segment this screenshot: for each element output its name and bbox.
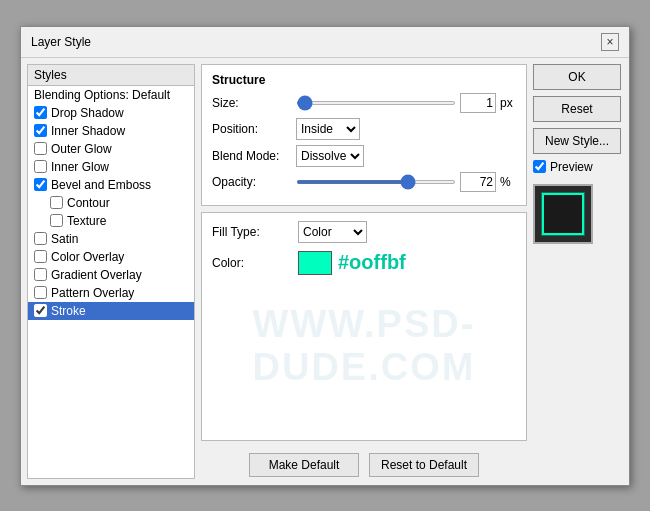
outer-glow-checkbox[interactable] [34, 142, 47, 155]
size-row: Size: px [212, 93, 516, 113]
layer-item-satin[interactable]: Satin [28, 230, 194, 248]
opacity-slider[interactable] [296, 180, 456, 184]
color-label: Color: [212, 256, 292, 270]
layer-item-drop-shadow[interactable]: Drop Shadow [28, 104, 194, 122]
inner-shadow-checkbox[interactable] [34, 124, 47, 137]
bevel-emboss-checkbox[interactable] [34, 178, 47, 191]
size-unit: px [500, 96, 516, 110]
color-hex-display: #ooffbf [338, 251, 406, 274]
preview-thumb-inner [542, 193, 584, 235]
dialog-title: Layer Style [31, 35, 91, 49]
gradient-overlay-label: Gradient Overlay [51, 268, 142, 282]
preview-row: Preview [533, 160, 623, 174]
fill-section: Fill Type: Color Gradient Pattern Color:… [201, 212, 527, 441]
pattern-overlay-label: Pattern Overlay [51, 286, 134, 300]
layer-item-outer-glow[interactable]: Outer Glow [28, 140, 194, 158]
size-slider[interactable] [296, 101, 456, 105]
contour-label: Contour [67, 196, 110, 210]
opacity-unit: % [500, 175, 516, 189]
color-overlay-label: Color Overlay [51, 250, 124, 264]
bevel-emboss-label: Bevel and Emboss [51, 178, 151, 192]
blending-label: Blending Options: Default [34, 88, 170, 102]
layer-item-stroke[interactable]: Stroke [28, 302, 194, 320]
blend-mode-row: Blend Mode: Normal Dissolve Multiply Scr… [212, 145, 516, 167]
opacity-slider-container: % [296, 172, 516, 192]
middle-panel: Structure Size: px Position: Inside Ou [201, 64, 527, 479]
title-bar: Layer Style × [21, 27, 629, 58]
dialog-body: Styles Blending Options: Default Drop Sh… [21, 58, 629, 485]
pattern-overlay-checkbox[interactable] [34, 286, 47, 299]
layer-item-pattern-overlay[interactable]: Pattern Overlay [28, 284, 194, 302]
layer-item-contour[interactable]: Contour [28, 194, 194, 212]
stroke-structure-section: Structure Size: px Position: Inside Ou [201, 64, 527, 206]
opacity-row: Opacity: % [212, 172, 516, 192]
stroke-label: Stroke [51, 304, 86, 318]
structure-title: Structure [212, 73, 516, 87]
preview-label: Preview [550, 160, 593, 174]
blend-mode-label: Blend Mode: [212, 149, 292, 163]
texture-label: Texture [67, 214, 106, 228]
layer-item-color-overlay[interactable]: Color Overlay [28, 248, 194, 266]
position-select[interactable]: Inside Outside Center [296, 118, 360, 140]
texture-checkbox[interactable] [50, 214, 63, 227]
reset-button[interactable]: Reset [533, 96, 621, 122]
layer-item-blending[interactable]: Blending Options: Default [28, 86, 194, 104]
layer-item-gradient-overlay[interactable]: Gradient Overlay [28, 266, 194, 284]
layer-item-inner-shadow[interactable]: Inner Shadow [28, 122, 194, 140]
satin-checkbox[interactable] [34, 232, 47, 245]
inner-glow-checkbox[interactable] [34, 160, 47, 173]
new-style-button[interactable]: New Style... [533, 128, 621, 154]
close-button[interactable]: × [601, 33, 619, 51]
watermark: WWW.PSD-DUDE.COM [212, 283, 516, 409]
size-slider-container: px [296, 93, 516, 113]
drop-shadow-checkbox[interactable] [34, 106, 47, 119]
layer-item-texture[interactable]: Texture [28, 212, 194, 230]
position-label: Position: [212, 122, 292, 136]
drop-shadow-label: Drop Shadow [51, 106, 124, 120]
size-label: Size: [212, 96, 292, 110]
contour-checkbox[interactable] [50, 196, 63, 209]
styles-header: Styles [28, 65, 194, 86]
position-row: Position: Inside Outside Center [212, 118, 516, 140]
layer-item-inner-glow[interactable]: Inner Glow [28, 158, 194, 176]
make-default-button[interactable]: Make Default [249, 453, 359, 477]
size-input[interactable] [460, 93, 496, 113]
blend-mode-select[interactable]: Normal Dissolve Multiply Screen [296, 145, 364, 167]
opacity-input[interactable] [460, 172, 496, 192]
gradient-overlay-checkbox[interactable] [34, 268, 47, 281]
color-swatch[interactable] [298, 251, 332, 275]
layer-style-dialog: Layer Style × Styles Blending Options: D… [20, 26, 630, 486]
layer-item-bevel-emboss[interactable]: Bevel and Emboss [28, 176, 194, 194]
inner-glow-label: Inner Glow [51, 160, 109, 174]
color-row: Color: #ooffbf [212, 251, 516, 275]
preview-checkbox[interactable] [533, 160, 546, 173]
satin-label: Satin [51, 232, 78, 246]
preview-thumbnail [533, 184, 593, 244]
fill-type-label: Fill Type: [212, 225, 292, 239]
reset-to-default-button[interactable]: Reset to Default [369, 453, 479, 477]
left-panel: Styles Blending Options: Default Drop Sh… [27, 64, 195, 479]
stroke-checkbox[interactable] [34, 304, 47, 317]
opacity-label: Opacity: [212, 175, 292, 189]
color-overlay-checkbox[interactable] [34, 250, 47, 263]
ok-button[interactable]: OK [533, 64, 621, 90]
outer-glow-label: Outer Glow [51, 142, 112, 156]
inner-shadow-label: Inner Shadow [51, 124, 125, 138]
fill-type-row: Fill Type: Color Gradient Pattern [212, 221, 516, 243]
right-panel: OK Reset New Style... Preview [533, 64, 623, 479]
fill-type-select[interactable]: Color Gradient Pattern [298, 221, 367, 243]
layer-list: Blending Options: Default Drop Shadow In… [28, 86, 194, 478]
bottom-buttons: Make Default Reset to Default [201, 447, 527, 479]
